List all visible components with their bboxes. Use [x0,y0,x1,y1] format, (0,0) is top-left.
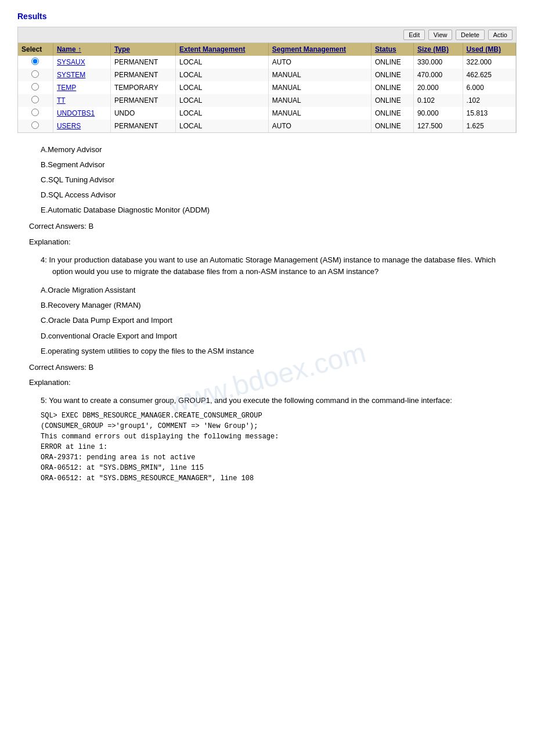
q3-options: A.Memory AdvisorB.Segment AdvisorC.SQL T… [17,143,517,249]
row-cell-4: 20.000 [413,81,463,94]
q4-body: In your production database you want to … [49,255,496,276]
view-button[interactable]: View [428,30,453,40]
row-cell-2: AUTO [268,56,371,69]
row-name-link[interactable]: SYSTEM [57,71,85,79]
row-select-cell [18,94,53,107]
row-cell-0: UNDO [110,107,175,120]
row-cell-1: LOCAL [176,107,269,120]
q3-option-1: B.Segment Advisor [41,159,517,171]
row-cell-3: ONLINE [371,81,414,94]
row-name-cell: TT [53,94,110,107]
code-line-3: ERROR at line 1: [41,443,517,451]
row-select-cell [18,69,53,81]
row-select-cell [18,81,53,94]
row-cell-4: 127.500 [413,120,463,132]
question4-text: 4: In your production database you want … [41,254,517,279]
q3-explanation: Explanation: [29,236,517,249]
row-cell-1: LOCAL [176,81,269,94]
row-name-cell: UNDOTBS1 [53,107,110,120]
row-radio-5[interactable] [31,121,39,129]
row-cell-1: LOCAL [176,120,269,132]
code-line-1: (CONSUMER_GROUP =>'group1', COMMENT => '… [41,422,517,430]
col-type: Type [110,43,175,56]
q3-option-0: A.Memory Advisor [41,143,517,156]
row-name-link[interactable]: SYSAUX [57,58,85,66]
table-row: SYSAUXPERMANENTLOCALAUTOONLINE330.000322… [18,56,516,69]
row-select-cell [18,107,53,120]
code-line-5: ORA-06512: at "SYS.DBMS_RMIN", line 115 [41,464,517,472]
row-name-link[interactable]: UNDOTBS1 [57,109,95,117]
row-radio-0[interactable] [31,57,39,65]
row-name-link[interactable]: TT [57,96,66,105]
row-cell-4: 90.000 [413,107,463,120]
row-cell-5: 1.625 [463,120,515,132]
row-cell-3: ONLINE [371,94,414,107]
row-name-cell: USERS [53,120,110,132]
row-name-link[interactable]: USERS [57,122,81,130]
row-cell-2: MANUAL [268,107,371,120]
col-segment: Segment Management [268,43,371,56]
col-select: Select [18,43,53,56]
table-row: UNDOTBS1UNDOLOCALMANUALONLINE90.00015.81… [18,107,516,120]
edit-button[interactable]: Edit [403,30,425,40]
q4-option-3: D.conventional Oracle Export and Import [41,330,517,343]
row-cell-3: ONLINE [371,120,414,132]
col-used: Used (MB) [463,43,515,56]
row-cell-0: PERMANENT [110,56,175,69]
row-cell-2: AUTO [268,120,371,132]
row-select-cell [18,120,53,132]
row-cell-5: 462.625 [463,69,515,81]
table-row: TEMPTEMPORARYLOCALMANUALONLINE20.0006.00… [18,81,516,94]
q4-option-2: C.Oracle Data Pump Export and Import [41,314,517,327]
q4-option-1: B.Recovery Manager (RMAN) [41,299,517,312]
row-cell-2: MANUAL [268,81,371,94]
table-header-row: Select Name ↑ Type Extent Management Seg… [18,43,516,56]
q5-body: You want to create a consumer group, GRO… [49,396,452,405]
col-size: Size (MB) [413,43,463,56]
row-radio-2[interactable] [31,83,39,91]
q5-number: 5: [41,396,49,405]
row-name-link[interactable]: TEMP [57,84,76,92]
row-cell-4: 470.000 [413,69,463,81]
table-body: SYSAUXPERMANENTLOCALAUTOONLINE330.000322… [18,56,516,132]
q4-correct: Correct Answers: B [29,361,517,374]
row-cell-3: ONLINE [371,69,414,81]
q3-correct: Correct Answers: B [29,220,517,233]
row-name-cell: TEMP [53,81,110,94]
row-cell-0: PERMANENT [110,69,175,81]
q4-option-0: A.Oracle Migration Assistant [41,284,517,297]
q4-options: A.Oracle Migration AssistantB.Recovery M… [17,284,517,389]
row-cell-5: 15.813 [463,107,515,120]
q4-number: 4: [41,255,49,264]
row-name-cell: SYSTEM [53,69,110,81]
row-radio-1[interactable] [31,70,39,78]
row-cell-1: LOCAL [176,69,269,81]
row-radio-4[interactable] [31,109,39,116]
tablespace-table-container: Edit View Delete Actio Select Name ↑ Typ… [17,27,517,133]
row-radio-3[interactable] [31,96,39,103]
row-cell-0: PERMANENT [110,120,175,132]
row-cell-2: MANUAL [268,69,371,81]
col-status: Status [371,43,414,56]
row-name-cell: SYSAUX [53,56,110,69]
q4-explanation: Explanation: [29,376,517,389]
row-cell-5: .102 [463,94,515,107]
row-cell-0: PERMANENT [110,94,175,107]
col-extent: Extent Management [176,43,269,56]
col-name: Name ↑ [53,43,110,56]
delete-button[interactable]: Delete [456,30,485,40]
row-cell-5: 322.000 [463,56,515,69]
row-cell-5: 6.000 [463,81,515,94]
code-line-0: SQL> EXEC DBMS_RESOURCE_MANAGER.CREATE_C… [41,412,517,420]
row-cell-3: ONLINE [371,107,414,120]
results-heading: Results [17,12,517,21]
table-row: USERSPERMANENTLOCALAUTOONLINE127.5001.62… [18,120,516,132]
code-block-container: SQL> EXEC DBMS_RESOURCE_MANAGER.CREATE_C… [17,412,517,483]
actions-button[interactable]: Actio [488,30,513,40]
question5-block: 5: You want to create a consumer group, … [17,395,517,407]
tablespace-table: Select Name ↑ Type Extent Management Seg… [18,43,516,132]
row-cell-4: 330.000 [413,56,463,69]
q3-option-2: C.SQL Tuning Advisor [41,174,517,186]
question4-block: 4: In your production database you want … [17,254,517,279]
table-toolbar: Edit View Delete Actio [18,27,516,43]
